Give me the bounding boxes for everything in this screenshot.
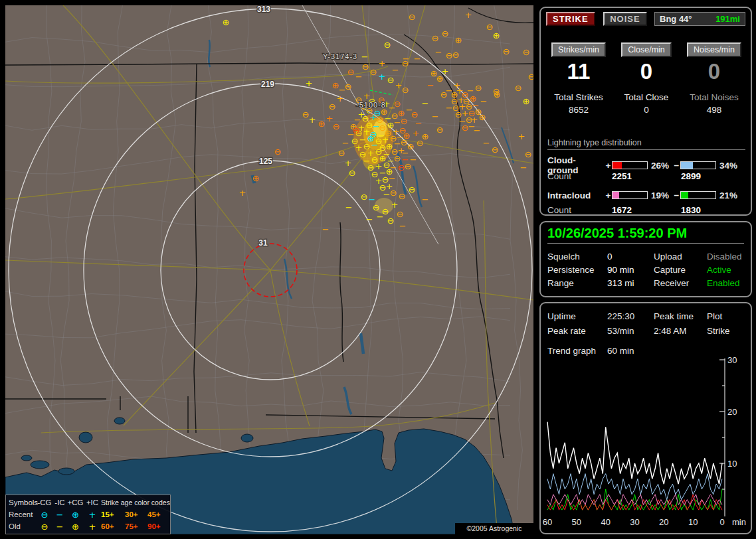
strike-mode-button[interactable]: STRIKE <box>546 12 595 26</box>
strike-symbol: + <box>454 80 461 90</box>
strike-symbol: ⊖ <box>409 12 416 22</box>
age-60-label: 60+ <box>101 522 125 530</box>
ic-negative-bar <box>680 191 716 199</box>
capture-label: Capture <box>654 265 707 275</box>
x-tick-label: 30 <box>630 517 639 527</box>
total-noises-label: Total Noises <box>680 92 748 102</box>
cloud-ground-counts: Count 2251 2899 <box>547 171 745 181</box>
strike-symbol: − <box>432 112 439 121</box>
cg-negative-bar <box>680 161 716 169</box>
strike-symbol: ⊖ <box>398 163 405 173</box>
plot-mode-value: Strike <box>707 326 744 336</box>
status-row-persistence: Persistence 90 min Capture Active <box>547 263 744 276</box>
cloud-ground-row: Cloud-ground + 26% − 34% <box>547 155 745 167</box>
status-row-squelch: Squelch 0 Upload Disabled <box>547 250 744 263</box>
strike-symbol: ⊖ <box>333 121 340 131</box>
strike-symbol: ⊖ <box>486 22 494 32</box>
strike-symbol: ⊖ <box>302 110 310 119</box>
strike-symbol: ⊖ <box>274 147 282 157</box>
x-tick-label: 10 <box>688 517 698 527</box>
strike-symbol: − <box>366 214 373 224</box>
peak-rate-label: Peak rate <box>547 326 607 336</box>
intracloud-counts: Count 1672 1830 <box>547 205 745 215</box>
strikes-per-min-value: 11 <box>545 59 613 87</box>
plot-label: Plot <box>707 311 744 321</box>
strike-symbol: ⊖ <box>338 148 345 158</box>
noises-per-min-button[interactable]: Noises/min <box>687 42 741 57</box>
intracloud-label: Intracloud <box>547 191 605 200</box>
strike-symbol: − <box>415 118 423 128</box>
strike-symbol: ⊖ <box>394 99 401 109</box>
persistence-value: 90 min <box>607 265 654 275</box>
nexstorm-window: ⊖+⊖⊕−⊖+⊖+⊖⊕−⊖−⊖+⊖−⊖⊕⊕+⊖−⊖⊕−⊖−⊖+⊖−⊖+⊖⊖−⊕⊖… <box>0 0 756 539</box>
strike-symbol: + <box>413 128 420 138</box>
x-tick-label: 60 <box>543 517 552 527</box>
uptime-value: 225:30 <box>607 311 654 321</box>
intracloud-row: Intracloud + 19% − 21% <box>547 189 745 201</box>
range-label: Range <box>547 278 607 288</box>
ic-negative-count: 1830 <box>681 205 745 215</box>
strike-symbol: ⊖ <box>402 58 409 68</box>
strike-symbol: ⊖ <box>432 33 439 43</box>
ic-neg-old-icon: − <box>52 522 67 532</box>
strike-symbol: − <box>345 202 353 212</box>
squelch-label: Squelch <box>547 252 607 262</box>
range-ring-label: 313 <box>257 5 270 14</box>
strike-symbol: − <box>480 96 488 106</box>
cg-count-label: Count <box>547 171 612 181</box>
receiver-status: Enabled <box>707 278 744 288</box>
x-tick-label: 20 <box>659 517 668 527</box>
cg-neg-recent-icon: ⊖ <box>37 510 52 520</box>
strike-symbol: ⊕ <box>422 131 429 141</box>
map-canvas: ⊖+⊖⊕−⊖+⊖+⊖⊕−⊖−⊖+⊖−⊖⊕⊕+⊖−⊖⊕−⊖−⊖+⊖−⊖+⊖⊖−⊕⊖… <box>5 5 533 534</box>
ic-pos-old-icon: + <box>84 522 101 532</box>
legend-row-old-label: Old <box>9 522 37 530</box>
squelch-value: 0 <box>607 252 654 262</box>
lightning-map[interactable]: ⊖+⊖⊕−⊖+⊖+⊖⊕−⊖−⊖+⊖−⊖⊕⊕+⊖−⊖⊕−⊖−⊖+⊖−⊖+⊖⊖−⊕⊖… <box>5 5 533 534</box>
strike-symbol: − <box>474 125 481 135</box>
receiver-label: Receiver <box>654 278 707 288</box>
strike-symbol: − <box>342 138 349 148</box>
strike-symbol: ⊖ <box>525 149 532 159</box>
age-30-label: 30+ <box>125 510 147 518</box>
strike-symbol: ⊖ <box>390 188 397 198</box>
total-close-label: Total Close <box>613 92 680 102</box>
strikes-per-min-button[interactable]: Strikes/min <box>551 42 606 57</box>
strike-symbol: ⊖ <box>397 209 404 219</box>
strike-symbol: − <box>361 52 369 62</box>
noise-mode-button[interactable]: NOISE <box>603 12 646 26</box>
strike-symbol: ⊕ <box>407 141 415 151</box>
y-tick-label: 20 <box>727 407 737 417</box>
peak-time-label: Peak time <box>654 311 707 321</box>
strike-symbol: + <box>239 188 246 198</box>
strike-stats-panel: STRIKE NOISE Bng 44° 191mi Strikes/min 1… <box>539 7 752 216</box>
x-tick-label: 0 <box>719 517 724 527</box>
rate-counters: Strikes/min 11 Total Strikes 8652 Close/… <box>545 42 748 115</box>
strike-symbol: + <box>518 131 525 141</box>
status-row-range: Range 313 mi Receiver Enabled <box>547 276 744 289</box>
strike-symbol: ⊕ <box>318 119 326 129</box>
legend-col-cg-pos: +CG <box>67 499 84 506</box>
status-rows: Squelch 0 Upload Disabled Persistence 90… <box>547 250 744 289</box>
strike-symbol: ⊖ <box>401 116 408 126</box>
session-row-1: Uptime 225:30 Peak time Plot <box>547 309 744 323</box>
strike-symbol: ⊖ <box>436 125 444 135</box>
strike-symbol: − <box>355 72 363 82</box>
storm-cell-label: Y-3174-3 <box>323 52 357 60</box>
strike-symbol: ⊖ <box>387 216 395 226</box>
strike-symbol: ⊖ <box>399 191 406 201</box>
close-per-min-column: Close/min 0 Total Close 0 <box>613 42 680 115</box>
strike-symbol: ⊕ <box>252 173 260 183</box>
range-value: 313 mi <box>607 278 654 288</box>
strike-symbol: ⊖ <box>394 153 401 163</box>
total-close-value: 0 <box>613 105 680 115</box>
cg-positive-pct: 26% <box>648 161 673 171</box>
legend-col-ic-pos: +IC <box>84 499 101 506</box>
age-90-label: 90+ <box>147 522 167 530</box>
close-per-min-button[interactable]: Close/min <box>621 42 672 57</box>
cg-neg-old-icon: ⊖ <box>37 522 52 532</box>
ic-positive-pct: 19% <box>648 191 673 200</box>
strike-symbol: + <box>465 10 472 20</box>
strike-symbol: + <box>309 115 316 125</box>
ic-neg-recent-icon: − <box>52 510 67 520</box>
